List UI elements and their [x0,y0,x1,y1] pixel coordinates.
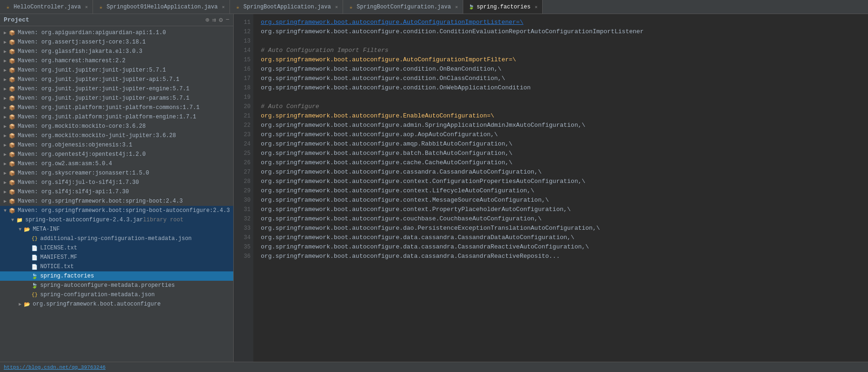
tree-item-3[interactable]: ▶📦Maven: org.hamcrest:hamcrest:2.2 [0,56,233,66]
line-num-12: 12 [234,27,251,36]
tab-spring-factories-label: spring.factories [477,4,531,10]
tree-label-23: LICENSE.txt [40,245,77,251]
tree-icon-14: 📦 [8,160,16,168]
tree-label-26: spring.factories [40,273,94,279]
tree-label-25: NOTICE.txt [40,263,74,270]
collapse-icon[interactable]: ⇉ [212,16,216,24]
code-span-21: org.springframework.boot.autoconfigure.E… [261,111,494,121]
tree-icon-6: 📦 [8,85,16,93]
line-num-27: 27 [234,168,251,177]
line-num-30: 30 [234,196,251,205]
tree-item-29[interactable]: ▶📂org.springframework.boot.autoconfigure [0,299,233,309]
tree-icon-2: 📦 [8,48,16,55]
tree-arrow-7: ▶ [2,95,8,101]
code-line-22: org.springframework.boot.autoconfigure.a… [261,121,868,130]
tree-label-2: Maven: org.glassfish:jakarta.el:3.0.3 [18,48,142,55]
tree-label-7: Maven: org.junit.jupiter:junit-jupiter-p… [18,95,189,102]
line-num-16: 16 [234,65,251,74]
tree-item-17[interactable]: ▶📦Maven: org.slf4j:slf4j-api:1.7.30 [0,187,233,197]
tree-icon-19: 📦 [8,207,16,214]
tree-item-27[interactable]: 🍃spring-autoconfigure-metadata.propertie… [0,281,233,290]
tab-springboot-app[interactable]: ☕ SpringBootApplication.java ✕ [230,0,343,14]
tree-label-27: spring-autoconfigure-metadata.properties [40,282,175,289]
tab-close-2[interactable]: ✕ [335,4,338,10]
tree-item-10[interactable]: ▶📦Maven: org.mockito:mockito-core:3.6.28 [0,122,233,131]
tree-item-2[interactable]: ▶📦Maven: org.glassfish:jakarta.el:3.0.3 [0,47,233,56]
tree-item-19[interactable]: ▼📦Maven: org.springframework.boot:spring… [0,206,233,215]
tree-item-28[interactable]: {}spring-configuration-metadata.json [0,290,233,299]
line-num-17: 17 [234,74,251,83]
tree-item-15[interactable]: ▶📦Maven: org.skyscreamer:jsonassert:1.5.… [0,168,233,178]
status-url[interactable]: https://blog.csdn.net/qq_39763246 [4,365,106,370]
tab-close-1[interactable]: ✕ [222,4,225,10]
tree-label-28: spring-configuration-metadata.json [40,292,155,298]
code-line-20: # Auto Configure [261,102,868,111]
code-span-32: org.springframework.boot.autoconfigure.c… [261,214,542,224]
tree-item-24[interactable]: 📄MANIFEST.MF [0,253,233,262]
tree-item-16[interactable]: ▶📦Maven: org.slf4j:jul-to-slf4j:1.7.30 [0,178,233,187]
code-span-14: # Auto Configuration Import Filters [261,46,388,55]
tree-label-19: Maven: org.springframework.boot:spring-b… [18,207,230,214]
tab-hello-controller[interactable]: ☕ HelloController.java ✕ [0,0,93,14]
code-line-35: org.springframework.boot.autoconfigure.d… [261,242,868,252]
tree-label-13: Maven: org.opentest4j:opentest4j:1.2.0 [18,151,146,158]
tab-springboot-config[interactable]: ☕ SpringBootConfiguration.java ✕ [343,0,463,14]
tree-label-22: additional-spring-configuration-metadata… [40,235,192,242]
tree-item-7[interactable]: ▶📦Maven: org.junit.jupiter:junit-jupiter… [0,94,233,103]
tree-item-14[interactable]: ▶📦Maven: org.ow2.asm:asm:5.0.4 [0,159,233,168]
close-sidebar-icon[interactable]: − [226,16,230,24]
code-line-23: org.springframework.boot.autoconfigure.a… [261,130,868,139]
line-num-18: 18 [234,83,251,93]
tree-item-8[interactable]: ▶📦Maven: org.junit.platform:junit-platfo… [0,103,233,112]
tab-spring-factories[interactable]: 🍃 spring.factories ✕ [463,0,543,14]
tree-icon-25: 📄 [31,263,38,270]
tree-label-14: Maven: org.ow2.asm:asm:5.0.4 [18,160,112,167]
gear-icon[interactable]: ⚙ [219,16,222,24]
code-line-14: # Auto Configuration Import Filters [261,46,868,55]
tree-item-1[interactable]: ▶📦Maven: org.assertj:assertj-core:3.18.1 [0,37,233,47]
tree-label-18: Maven: org.springframework.boot:spring-b… [18,198,183,204]
tab-close-0[interactable]: ✕ [85,4,88,10]
tree-item-4[interactable]: ▶📦Maven: org.junit.jupiter:junit-jupiter… [0,66,233,75]
editor-content: 1112131415161718192021222324252627282930… [234,14,868,362]
code-line-13 [261,36,868,46]
tree-item-22[interactable]: {}additional-spring-configuration-metada… [0,234,233,243]
tree-item-13[interactable]: ▶📦Maven: org.opentest4j:opentest4j:1.2.0 [0,150,233,159]
tree-item-20[interactable]: ▼📁spring-boot-autoconfigure-2.4.3.jar li… [0,215,233,225]
tree-item-11[interactable]: ▶📦Maven: org.mockito:mockito-junit-jupit… [0,131,233,140]
tree-item-12[interactable]: ▶📦Maven: org.objenesis:objenesis:3.1 [0,140,233,150]
tree-item-23[interactable]: 📄LICENSE.txt [0,243,233,253]
line-num-11: 11 [234,18,251,27]
tree-item-25[interactable]: 📄NOTICE.txt [0,262,233,271]
tree-icon-18: 📦 [8,197,16,205]
tree-label-9: Maven: org.junit.platform:junit-platform… [18,114,196,120]
tab-close-3[interactable]: ✕ [455,4,458,10]
code-line-12: org.springframework.boot.autoconfigure.c… [261,27,868,36]
tree-item-26[interactable]: 🍃spring.factories [0,271,233,281]
tree-item-18[interactable]: ▶📦Maven: org.springframework.boot:spring… [0,197,233,206]
code-span-27: org.springframework.boot.autoconfigure.c… [261,168,542,177]
sidebar-tree[interactable]: ▶📦Maven: org.apiguardian:apiguardian-api… [0,26,233,362]
code-span-20: # Auto Configure [261,102,319,111]
tab-hello-controller-label: HelloController.java [14,4,81,10]
tree-label-29: org.springframework.boot.autoconfigure [33,301,161,307]
code-content[interactable]: org.springframework.boot.autoconfigure.A… [253,14,868,362]
tree-arrow-9: ▶ [2,114,8,120]
tab-close-4[interactable]: ✕ [535,4,538,10]
tree-item-0[interactable]: ▶📦Maven: org.apiguardian:apiguardian-api… [0,28,233,37]
tree-item-6[interactable]: ▶📦Maven: org.junit.jupiter:junit-jupiter… [0,84,233,94]
line-num-28: 28 [234,177,251,186]
tree-arrow-5: ▶ [2,77,8,82]
tree-icon-0: 📦 [8,29,16,36]
tree-icon-10: 📦 [8,123,16,130]
code-line-11: org.springframework.boot.autoconfigure.A… [261,18,868,27]
tree-item-9[interactable]: ▶📦Maven: org.junit.platform:junit-platfo… [0,112,233,122]
tab-springboot01[interactable]: ☕ Springboot01HelloApplication.java ✕ [93,0,230,14]
sidebar-icons: ⊕ ⇉ ⚙ − [205,16,230,24]
line-num-26: 26 [234,158,251,168]
code-span-16: org.springframework.boot.autoconfigure.c… [261,65,502,74]
tree-item-21[interactable]: ▼📂META-INF [0,225,233,234]
tree-icon-17: 📦 [8,188,16,196]
locate-icon[interactable]: ⊕ [205,16,209,24]
tree-item-5[interactable]: ▶📦Maven: org.junit.jupiter:junit-jupiter… [0,75,233,84]
